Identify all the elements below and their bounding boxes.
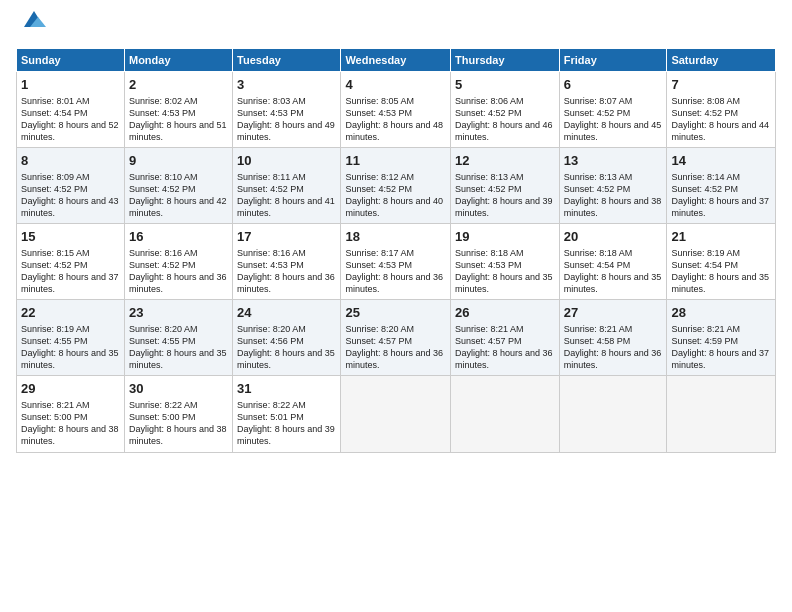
sunset: Sunset: 4:52 PM [455, 107, 555, 119]
daylight: Daylight: 8 hours and 45 minutes. [564, 119, 663, 143]
daylight: Daylight: 8 hours and 52 minutes. [21, 119, 120, 143]
daylight: Daylight: 8 hours and 35 minutes. [564, 271, 663, 295]
sunset: Sunset: 4:54 PM [671, 259, 771, 271]
sunset: Sunset: 4:58 PM [564, 335, 663, 347]
header-day-wednesday: Wednesday [341, 49, 451, 72]
day-number: 14 [671, 152, 771, 170]
sunrise: Sunrise: 8:14 AM [671, 171, 771, 183]
calendar-cell: 12Sunrise: 8:13 AMSunset: 4:52 PMDayligh… [451, 148, 560, 224]
sunset: Sunset: 4:57 PM [345, 335, 446, 347]
week-row-2: 8Sunrise: 8:09 AMSunset: 4:52 PMDaylight… [17, 148, 776, 224]
sunset: Sunset: 5:00 PM [21, 411, 120, 423]
page-header [16, 16, 776, 38]
sunrise: Sunrise: 8:13 AM [564, 171, 663, 183]
sunset: Sunset: 4:52 PM [564, 183, 663, 195]
daylight: Daylight: 8 hours and 37 minutes. [671, 347, 771, 371]
sunrise: Sunrise: 8:19 AM [21, 323, 120, 335]
sunset: Sunset: 4:54 PM [21, 107, 120, 119]
calendar-cell: 25Sunrise: 8:20 AMSunset: 4:57 PMDayligh… [341, 300, 451, 376]
header-day-saturday: Saturday [667, 49, 776, 72]
day-number: 13 [564, 152, 663, 170]
calendar-cell: 27Sunrise: 8:21 AMSunset: 4:58 PMDayligh… [559, 300, 667, 376]
daylight: Daylight: 8 hours and 35 minutes. [129, 347, 228, 371]
day-number: 6 [564, 76, 663, 94]
sunrise: Sunrise: 8:18 AM [564, 247, 663, 259]
calendar-cell: 23Sunrise: 8:20 AMSunset: 4:55 PMDayligh… [124, 300, 232, 376]
daylight: Daylight: 8 hours and 38 minutes. [21, 423, 120, 447]
day-number: 10 [237, 152, 336, 170]
sunrise: Sunrise: 8:06 AM [455, 95, 555, 107]
sunrise: Sunrise: 8:12 AM [345, 171, 446, 183]
sunset: Sunset: 4:54 PM [564, 259, 663, 271]
daylight: Daylight: 8 hours and 49 minutes. [237, 119, 336, 143]
calendar-cell [451, 376, 560, 452]
calendar-cell: 19Sunrise: 8:18 AMSunset: 4:53 PMDayligh… [451, 224, 560, 300]
sunrise: Sunrise: 8:09 AM [21, 171, 120, 183]
calendar-cell [341, 376, 451, 452]
calendar-cell: 30Sunrise: 8:22 AMSunset: 5:00 PMDayligh… [124, 376, 232, 452]
day-number: 9 [129, 152, 228, 170]
sunset: Sunset: 4:52 PM [671, 183, 771, 195]
calendar-cell: 22Sunrise: 8:19 AMSunset: 4:55 PMDayligh… [17, 300, 125, 376]
sunrise: Sunrise: 8:16 AM [237, 247, 336, 259]
sunrise: Sunrise: 8:22 AM [237, 399, 336, 411]
sunrise: Sunrise: 8:07 AM [564, 95, 663, 107]
calendar-cell: 21Sunrise: 8:19 AMSunset: 4:54 PMDayligh… [667, 224, 776, 300]
sunrise: Sunrise: 8:17 AM [345, 247, 446, 259]
week-row-4: 22Sunrise: 8:19 AMSunset: 4:55 PMDayligh… [17, 300, 776, 376]
calendar-cell: 13Sunrise: 8:13 AMSunset: 4:52 PMDayligh… [559, 148, 667, 224]
daylight: Daylight: 8 hours and 36 minutes. [455, 347, 555, 371]
day-number: 4 [345, 76, 446, 94]
day-number: 26 [455, 304, 555, 322]
sunset: Sunset: 4:59 PM [671, 335, 771, 347]
day-number: 20 [564, 228, 663, 246]
daylight: Daylight: 8 hours and 36 minutes. [345, 347, 446, 371]
sunset: Sunset: 4:53 PM [129, 107, 228, 119]
calendar-header: SundayMondayTuesdayWednesdayThursdayFrid… [17, 49, 776, 72]
daylight: Daylight: 8 hours and 43 minutes. [21, 195, 120, 219]
sunrise: Sunrise: 8:02 AM [129, 95, 228, 107]
day-number: 15 [21, 228, 120, 246]
daylight: Daylight: 8 hours and 48 minutes. [345, 119, 446, 143]
sunrise: Sunrise: 8:21 AM [671, 323, 771, 335]
daylight: Daylight: 8 hours and 35 minutes. [671, 271, 771, 295]
sunrise: Sunrise: 8:13 AM [455, 171, 555, 183]
daylight: Daylight: 8 hours and 46 minutes. [455, 119, 555, 143]
calendar-cell: 24Sunrise: 8:20 AMSunset: 4:56 PMDayligh… [233, 300, 341, 376]
calendar-cell: 9Sunrise: 8:10 AMSunset: 4:52 PMDaylight… [124, 148, 232, 224]
daylight: Daylight: 8 hours and 38 minutes. [129, 423, 228, 447]
sunset: Sunset: 4:53 PM [345, 259, 446, 271]
calendar-cell: 26Sunrise: 8:21 AMSunset: 4:57 PMDayligh… [451, 300, 560, 376]
day-number: 30 [129, 380, 228, 398]
daylight: Daylight: 8 hours and 44 minutes. [671, 119, 771, 143]
header-day-tuesday: Tuesday [233, 49, 341, 72]
sunrise: Sunrise: 8:20 AM [129, 323, 228, 335]
sunrise: Sunrise: 8:11 AM [237, 171, 336, 183]
page-container: SundayMondayTuesdayWednesdayThursdayFrid… [0, 0, 792, 461]
week-row-1: 1Sunrise: 8:01 AMSunset: 4:54 PMDaylight… [17, 72, 776, 148]
sunset: Sunset: 4:52 PM [21, 183, 120, 195]
header-row: SundayMondayTuesdayWednesdayThursdayFrid… [17, 49, 776, 72]
sunrise: Sunrise: 8:05 AM [345, 95, 446, 107]
header-day-thursday: Thursday [451, 49, 560, 72]
sunset: Sunset: 5:00 PM [129, 411, 228, 423]
sunrise: Sunrise: 8:16 AM [129, 247, 228, 259]
day-number: 1 [21, 76, 120, 94]
daylight: Daylight: 8 hours and 40 minutes. [345, 195, 446, 219]
calendar-cell: 2Sunrise: 8:02 AMSunset: 4:53 PMDaylight… [124, 72, 232, 148]
day-number: 3 [237, 76, 336, 94]
sunset: Sunset: 4:52 PM [129, 183, 228, 195]
calendar-cell: 6Sunrise: 8:07 AMSunset: 4:52 PMDaylight… [559, 72, 667, 148]
daylight: Daylight: 8 hours and 41 minutes. [237, 195, 336, 219]
calendar-cell: 14Sunrise: 8:14 AMSunset: 4:52 PMDayligh… [667, 148, 776, 224]
daylight: Daylight: 8 hours and 37 minutes. [671, 195, 771, 219]
sunrise: Sunrise: 8:21 AM [21, 399, 120, 411]
sunset: Sunset: 4:56 PM [237, 335, 336, 347]
header-day-sunday: Sunday [17, 49, 125, 72]
sunrise: Sunrise: 8:18 AM [455, 247, 555, 259]
daylight: Daylight: 8 hours and 36 minutes. [237, 271, 336, 295]
calendar-table: SundayMondayTuesdayWednesdayThursdayFrid… [16, 48, 776, 453]
day-number: 22 [21, 304, 120, 322]
sunrise: Sunrise: 8:21 AM [564, 323, 663, 335]
day-number: 16 [129, 228, 228, 246]
